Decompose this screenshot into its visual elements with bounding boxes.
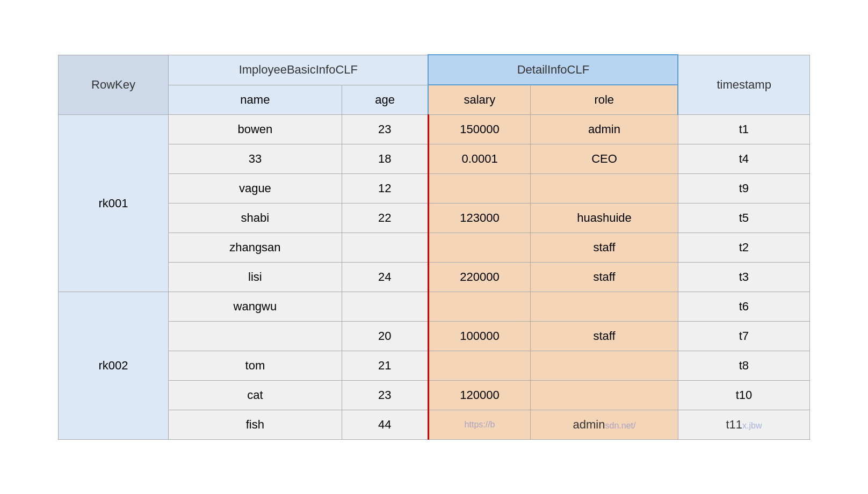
cell-name: tom: [169, 351, 342, 381]
cell-age: 21: [342, 351, 428, 381]
subheader-name: name: [169, 85, 342, 115]
cell-salary: 0.0001: [428, 144, 530, 174]
cell-salary: [428, 233, 530, 263]
cell-salary: 150000: [428, 115, 530, 144]
rk002-rowkey: rk002: [59, 292, 169, 440]
subheader-salary: salary: [428, 85, 530, 115]
cell-salary: 220000: [428, 263, 530, 292]
cell-timestamp: t3: [678, 263, 809, 292]
cell-timestamp: t4: [678, 144, 809, 174]
subheader-role: role: [531, 85, 678, 115]
cell-timestamp: t2: [678, 233, 809, 263]
cell-salary: 120000: [428, 381, 530, 410]
cell-role: staff: [531, 322, 678, 351]
cell-name: [169, 322, 342, 351]
cell-name: fish: [169, 410, 342, 440]
cell-age: 44: [342, 410, 428, 440]
cell-age: 24: [342, 263, 428, 292]
cell-age: 23: [342, 115, 428, 144]
header-employee-clf: ImployeeBasicInfoCLF: [169, 55, 429, 85]
cell-salary: 100000: [428, 322, 530, 351]
cell-role: staff: [531, 233, 678, 263]
cell-salary: https://b: [428, 410, 530, 440]
cell-timestamp: t1: [678, 115, 809, 144]
cell-role: [531, 351, 678, 381]
cell-role: staff: [531, 263, 678, 292]
cell-timestamp: t6: [678, 292, 809, 322]
subheader-age: age: [342, 85, 428, 115]
rk001-rowkey: rk001: [59, 115, 169, 292]
cell-age: [342, 233, 428, 263]
cell-age: [342, 292, 428, 322]
cell-timestamp: t8: [678, 351, 809, 381]
header-detail-clf: DetailInfoCLF: [428, 55, 678, 85]
cell-age: 23: [342, 381, 428, 410]
cell-role: [531, 292, 678, 322]
cell-timestamp: t7: [678, 322, 809, 351]
cell-name: wangwu: [169, 292, 342, 322]
cell-salary: [428, 174, 530, 204]
cell-name: bowen: [169, 115, 342, 144]
cell-timestamp: t5: [678, 204, 809, 233]
cell-role: [531, 174, 678, 204]
header-timestamp: timestamp: [678, 55, 809, 115]
cell-role: huashuide: [531, 204, 678, 233]
cell-name: zhangsan: [169, 233, 342, 263]
cell-timestamp: t10: [678, 381, 809, 410]
table-container: RowKey ImployeeBasicInfoCLF DetailInfoCL…: [58, 54, 810, 440]
cell-age: 18: [342, 144, 428, 174]
cell-name: lisi: [169, 263, 342, 292]
cell-age: 22: [342, 204, 428, 233]
cell-name: vague: [169, 174, 342, 204]
cell-name: shabi: [169, 204, 342, 233]
data-table: RowKey ImployeeBasicInfoCLF DetailInfoCL…: [58, 54, 810, 440]
cell-role: [531, 381, 678, 410]
cell-salary: 123000: [428, 204, 530, 233]
cell-salary: [428, 351, 530, 381]
cell-name: cat: [169, 381, 342, 410]
cell-age: 20: [342, 322, 428, 351]
cell-age: 12: [342, 174, 428, 204]
cell-timestamp: t11x.jbw: [678, 410, 809, 440]
cell-salary: [428, 292, 530, 322]
cell-role: CEO: [531, 144, 678, 174]
cell-name: 33: [169, 144, 342, 174]
header-rowkey: RowKey: [59, 55, 169, 115]
cell-role: adminsdn.net/: [531, 410, 678, 440]
cell-role: admin: [531, 115, 678, 144]
cell-timestamp: t9: [678, 174, 809, 204]
